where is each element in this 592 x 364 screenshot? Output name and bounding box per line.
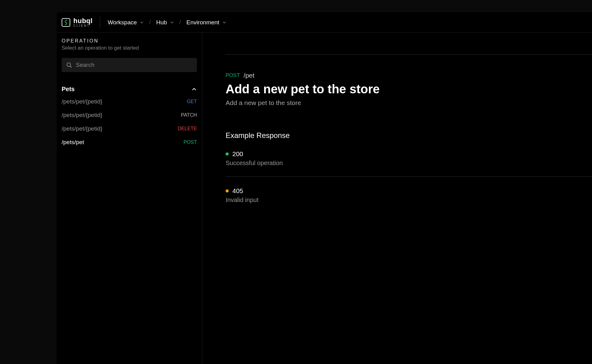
- chevron-down-icon: [140, 21, 144, 24]
- chevron-up-icon: [191, 87, 197, 92]
- response-status-line: 405: [226, 187, 592, 195]
- breadcrumbs: Workspace / Hub / Environment: [104, 19, 226, 26]
- body: OPERATION Select an operation to get sta…: [57, 33, 592, 364]
- operation-title: Add a new pet to the store: [226, 82, 592, 96]
- breadcrumb-label: Hub: [156, 19, 167, 26]
- operation-group-title: Pets: [62, 86, 75, 93]
- operation-group-header[interactable]: Pets: [62, 86, 197, 93]
- svg-line-1: [70, 66, 71, 67]
- search-icon: [66, 62, 72, 68]
- operation-item[interactable]: /pets/pet/{petid}PATCH: [62, 112, 197, 119]
- breadcrumb-workspace[interactable]: Workspace: [108, 19, 144, 26]
- sidebar: OPERATION Select an operation to get sta…: [57, 33, 202, 364]
- operation-item[interactable]: /pets/pet/{petid}GET: [62, 98, 197, 105]
- search-wrap[interactable]: [62, 58, 197, 72]
- operation-item-path: /pets/pet/{petid}: [62, 112, 102, 119]
- divider: [226, 54, 592, 55]
- operation-item-path: /pets/pet/{petid}: [62, 125, 102, 132]
- breadcrumb-separator: /: [149, 19, 151, 26]
- main-panel: POST /pet Add a new pet to the store Add…: [202, 33, 592, 364]
- operation-header-line: POST /pet: [226, 72, 592, 79]
- operation-description: Add a new pet to the store: [226, 99, 592, 107]
- logo-mark-icon: [62, 18, 70, 27]
- operation-item[interactable]: /pets/pet/{petid}DELETE: [62, 125, 197, 132]
- chevron-down-icon: [223, 21, 226, 24]
- status-dot-icon: [226, 189, 229, 192]
- operation-list: /pets/pet/{petid}GET/pets/pet/{petid}PAT…: [62, 98, 197, 146]
- svg-point-0: [67, 63, 71, 67]
- operation-method-badge: POST: [226, 72, 240, 79]
- operation-item-path: /pets/pet/{petid}: [62, 98, 102, 105]
- header: hubql CLIENT Workspace / Hub / Environme…: [57, 12, 592, 33]
- operation-path: /pet: [243, 72, 254, 79]
- logo-subtitle: CLIENT: [73, 24, 92, 27]
- response-item[interactable]: 200Successful operation: [226, 150, 592, 167]
- response-section: Example Response 200Successful operation…: [226, 131, 592, 204]
- response-status-line: 200: [226, 150, 592, 158]
- breadcrumb-environment[interactable]: Environment: [186, 19, 226, 26]
- response-item[interactable]: 405Invalid input: [226, 187, 592, 204]
- logo[interactable]: hubql CLIENT: [62, 16, 100, 29]
- operation-item-method: GET: [187, 99, 197, 104]
- app-shell: hubql CLIENT Workspace / Hub / Environme…: [57, 12, 592, 364]
- breadcrumb-label: Workspace: [108, 19, 137, 26]
- sidebar-section-desc: Select an operation to get started: [62, 45, 197, 51]
- breadcrumb-hub[interactable]: Hub: [156, 19, 174, 26]
- logo-title: hubql: [73, 18, 92, 24]
- search-input[interactable]: [76, 62, 193, 68]
- operation-item-path: /pets/pet: [62, 139, 84, 146]
- status-description: Invalid input: [226, 196, 592, 204]
- breadcrumb-separator: /: [179, 19, 181, 26]
- status-code: 200: [232, 150, 243, 158]
- chevron-down-icon: [170, 21, 174, 24]
- status-dot-icon: [226, 152, 229, 156]
- response-section-title: Example Response: [226, 131, 592, 140]
- operation-item-method: POST: [183, 140, 197, 145]
- status-code: 405: [232, 187, 243, 195]
- sidebar-section-label: OPERATION: [62, 38, 197, 44]
- operation-item[interactable]: /pets/petPOST: [62, 139, 197, 146]
- breadcrumb-label: Environment: [186, 19, 219, 26]
- logo-text: hubql CLIENT: [73, 18, 92, 27]
- operation-item-method: DELETE: [178, 126, 197, 131]
- divider: [226, 176, 592, 177]
- status-description: Successful operation: [226, 160, 592, 167]
- operation-item-method: PATCH: [181, 112, 197, 118]
